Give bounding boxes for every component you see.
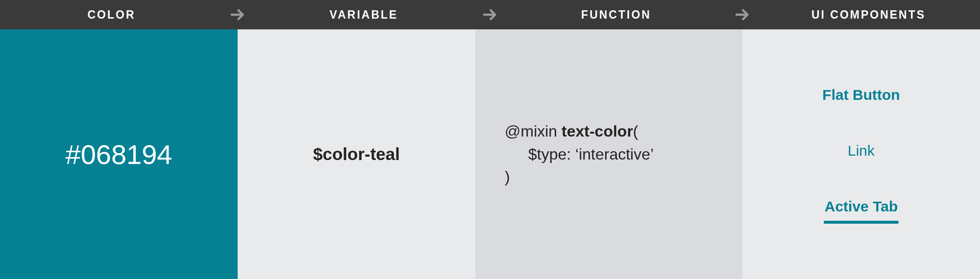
link-example[interactable]: Link bbox=[848, 142, 875, 159]
header-function: FUNCTION bbox=[505, 8, 728, 22]
arrow-right-icon bbox=[475, 6, 505, 23]
arrow-right-icon bbox=[728, 6, 757, 23]
arrow-right-icon bbox=[223, 6, 252, 23]
ui-components-panel: Flat Button Link Active Tab bbox=[742, 29, 980, 279]
mixin-argument: $type: ‘interactive’ bbox=[505, 143, 654, 165]
color-swatch: #068194 bbox=[0, 29, 238, 279]
function-panel: @mixin text-color( $type: ‘interactive’ … bbox=[475, 29, 742, 279]
mixin-paren-open: ( bbox=[633, 122, 638, 140]
color-hex-label: #068194 bbox=[65, 139, 172, 170]
mixin-name: text-color bbox=[562, 122, 633, 140]
header-variable: VARIABLE bbox=[252, 8, 475, 22]
header-bar: COLOR VARIABLE FUNCTION UI COMPONENTS bbox=[0, 0, 980, 29]
header-ui-components: UI COMPONENTS bbox=[757, 8, 980, 22]
flat-button-example[interactable]: Flat Button bbox=[822, 87, 900, 103]
mixin-keyword: @mixin bbox=[505, 122, 562, 140]
variable-name: $color-teal bbox=[313, 144, 400, 164]
active-tab-example[interactable]: Active Tab bbox=[825, 198, 898, 222]
mixin-paren-close: ) bbox=[505, 165, 654, 188]
header-color: COLOR bbox=[0, 8, 223, 22]
mixin-code: @mixin text-color( $type: ‘interactive’ … bbox=[505, 120, 654, 188]
content-row: #068194 $color-teal @mixin text-color( $… bbox=[0, 29, 980, 279]
variable-panel: $color-teal bbox=[238, 29, 475, 279]
